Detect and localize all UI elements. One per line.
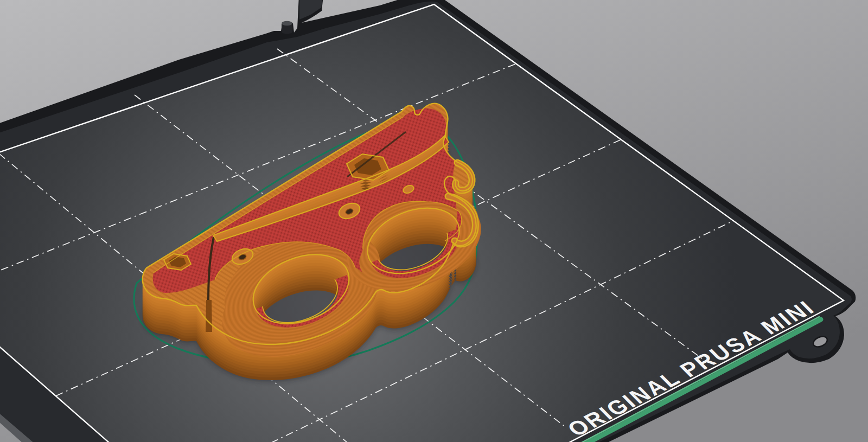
scene-canvas[interactable]: ORIGINAL PRUSA MINI — [0, 0, 868, 442]
slicer-3d-viewport[interactable]: ORIGINAL PRUSA MINI — [0, 0, 868, 442]
wall-notch — [206, 300, 212, 332]
bed-pin-top — [282, 21, 292, 25]
